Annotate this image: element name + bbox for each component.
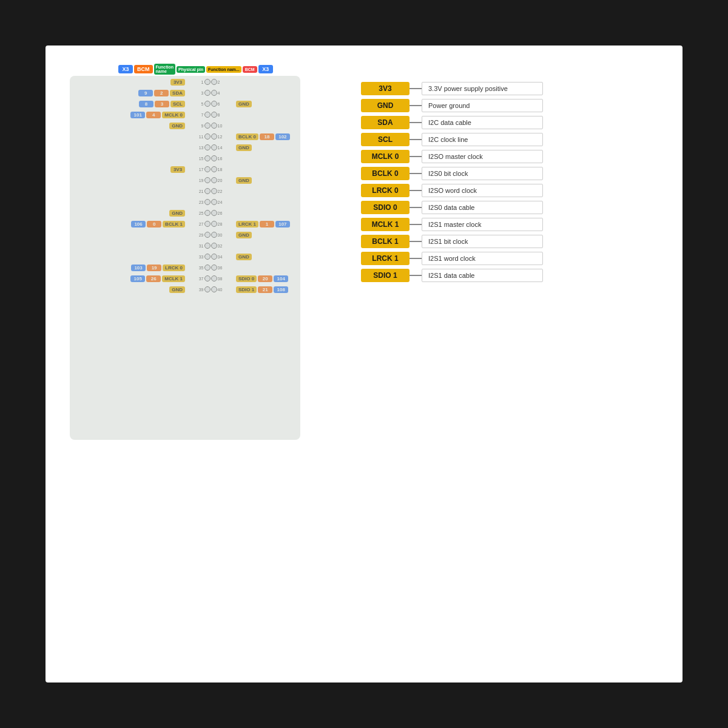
legend-row-bclk1: BCLK 1 I2S1 bit clock [361,235,670,248]
header-x3-right: X3 [258,65,273,73]
legend-line [410,190,422,191]
legend-desc-bclk1: I2S1 bit clock [422,235,543,248]
legend-desc-sda: I2C data cable [422,116,543,129]
legend-desc-lrck0: I2SO word clock [422,184,543,197]
legend-row-scl: SCL I2C clock line [361,133,670,146]
header-func-name: Functionname [154,64,176,75]
legend-desc-scl: I2C clock line [422,133,543,146]
legend-desc-sdio1: I2S1 data cable [422,269,543,282]
legend-line [410,241,422,242]
legend-tag-mclk1: MCLK 1 [361,218,410,231]
legend-tag-scl: SCL [361,133,410,146]
header-bcm: BCM [134,65,153,73]
legend-row-sda: SDA I2C data cable [361,116,670,129]
legend-tag-bclk1: BCLK 1 [361,235,410,248]
main-card: X3 BCM Functionname Physical pin Functio… [46,46,682,682]
legend-line [410,122,422,123]
legend-desc-sdio0: I2S0 data cable [422,201,543,214]
board-background [70,76,300,440]
legend-section: 3V3 3.3V power supply positive GND Power… [355,64,670,282]
legend-tag-sdio0: SDIO 0 [361,201,410,214]
legend-line [410,173,422,174]
legend-row-mclk1: MCLK 1 I2S1 master clock [361,218,670,231]
legend-line [410,275,422,276]
legend-row-lrck0: LRCK 0 I2SO word clock [361,184,670,197]
header-bcm2: BCM [243,66,257,73]
legend-desc-mclk1: I2S1 master clock [422,218,543,231]
header-phys-pin: Physical pin [177,66,205,73]
legend-line [410,88,422,89]
legend-row-sdio0: SDIO 0 I2S0 data cable [361,201,670,214]
legend-desc-mclk0: I2SO master clock [422,150,543,163]
legend-tag-sdio1: SDIO 1 [361,269,410,282]
legend-line [410,105,422,106]
legend-line [410,139,422,140]
legend-tag-lrck0: LRCK 0 [361,184,410,197]
legend-tag-sda: SDA [361,116,410,129]
legend-line [410,224,422,225]
legend-line [410,258,422,259]
legend-tag-gnd: GND [361,99,410,112]
header-row: X3 BCM Functionname Physical pin Functio… [118,64,349,75]
legend-tag-lrck1: LRCK 1 [361,252,410,265]
legend-row-mclk0: MCLK 0 I2SO master clock [361,150,670,163]
legend-row-bclk0: BCLK 0 I2S0 bit clock [361,167,670,180]
legend-desc-gnd: Power ground [422,99,543,112]
legend-tag-mclk0: MCLK 0 [361,150,410,163]
legend-desc-lrck1: I2S1 word clock [422,252,543,265]
legend-tag-3v3: 3V3 [361,82,410,95]
legend-line [410,156,422,157]
legend-row-3v3: 3V3 3.3V power supply positive [361,82,670,95]
legend-desc-bclk0: I2S0 bit clock [422,167,543,180]
legend-tag-bclk0: BCLK 0 [361,167,410,180]
board-section: X3 BCM Functionname Physical pin Functio… [58,64,349,428]
header-func-name2: Function nam... [206,66,241,73]
legend-row-gnd: GND Power ground [361,99,670,112]
legend-line [410,207,422,208]
legend-row-sdio1: SDIO 1 I2S1 data cable [361,269,670,282]
legend-desc-3v3: 3.3V power supply positive [422,82,543,95]
legend-row-lrck1: LRCK 1 I2S1 word clock [361,252,670,265]
header-x3-left: X3 [118,65,133,73]
